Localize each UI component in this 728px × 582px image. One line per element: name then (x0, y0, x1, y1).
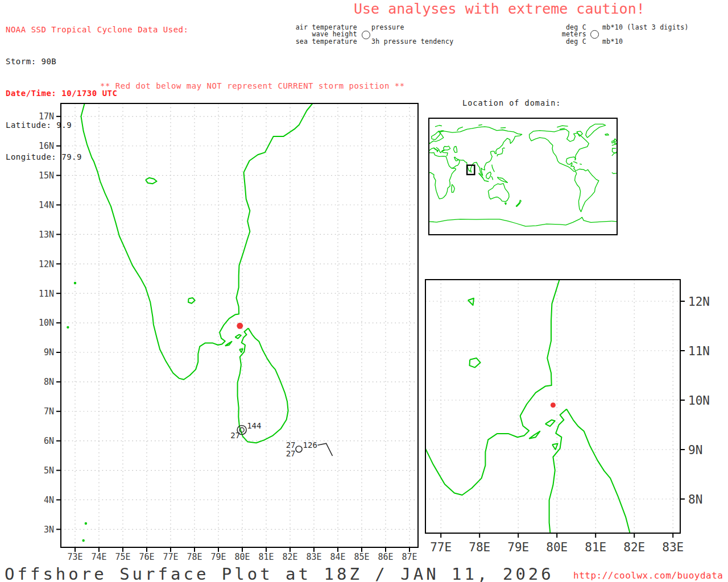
y-tick-label: 10N (688, 394, 710, 408)
islet-speck (85, 523, 87, 525)
coastline (612, 148, 626, 153)
islet-speck (75, 282, 76, 284)
coastline (605, 134, 609, 135)
station-plot: 14427 (230, 421, 261, 440)
coastline (676, 184, 697, 202)
coastline (667, 124, 671, 125)
coastline (452, 184, 455, 192)
islet-speck (82, 540, 84, 542)
y-tick-label: 6N (44, 436, 54, 446)
y-tick-label: 8N (688, 493, 702, 506)
islet-speck (67, 327, 69, 329)
legend-wave-height: wave height (243, 30, 357, 38)
x-tick-label: 77E (163, 552, 178, 562)
coastline (624, 146, 639, 156)
inset-title: Location of domain: (462, 98, 561, 107)
x-tick-label: 73E (67, 552, 82, 562)
legend-pressure-tendency: 3h pressure tendency (371, 38, 453, 45)
coastline (492, 165, 495, 172)
coastline (486, 172, 491, 179)
y-tick-label: 9N (688, 443, 702, 457)
y-tick-label: 14N (39, 200, 54, 210)
coastline (680, 165, 683, 172)
legend-pressure: pressure (371, 23, 404, 31)
station-value: 27 (230, 431, 240, 440)
coastline (424, 148, 438, 153)
storm-position-warning: ** Red dot below may NOT represent CURRE… (100, 81, 405, 90)
coastline (504, 203, 506, 205)
coastline (491, 176, 493, 180)
x-tick-label: 81E (258, 552, 274, 562)
y-tick-label: 16N (39, 141, 54, 151)
buoydata-link[interactable]: http://coolwx.com/buoydata (573, 570, 723, 581)
coastline (612, 217, 728, 226)
coastline (238, 328, 288, 443)
coastline (488, 184, 509, 202)
y-tick-label: 10N (39, 318, 54, 328)
coastline (612, 141, 614, 143)
coastline (435, 126, 442, 127)
x-tick-label: 83E (306, 552, 321, 562)
map-frame (429, 118, 617, 235)
coastline (693, 203, 694, 205)
station-value: 27 (286, 440, 296, 450)
y-tick-label: 3N (44, 525, 54, 535)
coastline (573, 161, 577, 163)
coastline (454, 147, 457, 153)
y-tick-label: 4N (44, 495, 54, 505)
x-tick-label: 85E (354, 552, 369, 562)
coastline (424, 141, 426, 143)
zoom-map: 77E78E79E80E81E82E83E12N11N10N9N8N (398, 273, 728, 571)
x-tick-label: 80E (234, 552, 250, 562)
x-tick-label: 83E (662, 541, 684, 554)
caution-banner: Use analyses with extreme caution! (354, 1, 645, 17)
coastline (500, 128, 506, 128)
coastline (529, 431, 540, 439)
x-tick-label: 76E (139, 552, 154, 562)
y-tick-label: 13N (39, 230, 54, 240)
x-tick-label: 78E (187, 552, 202, 562)
coastline (484, 181, 489, 182)
station-value: 27 (286, 449, 296, 458)
coastline (672, 181, 677, 182)
coastline (424, 217, 612, 226)
legend-sea-temperature: sea temperature (243, 38, 357, 45)
y-tick-label: 17N (39, 111, 54, 122)
coastline (530, 129, 599, 211)
y-tick-label: 11N (688, 344, 710, 358)
coastline (642, 147, 646, 153)
coastline (457, 127, 463, 131)
coastline (675, 172, 680, 179)
storm-position-dot (551, 402, 556, 408)
x-tick-label: 80E (546, 541, 568, 554)
coastline (424, 127, 522, 176)
coastline (81, 103, 313, 380)
page: NOAA SSD Tropical Cyclone Data Used: Sto… (0, 0, 728, 582)
storm-position-dot (237, 323, 243, 329)
coastline (235, 335, 241, 339)
coastline (436, 146, 450, 156)
station-plot: 2727126 (286, 440, 333, 458)
x-tick-label: 82E (282, 552, 297, 562)
y-tick-label: 7N (44, 406, 54, 417)
coastline (470, 358, 481, 368)
world-inset-map (424, 114, 623, 240)
legend-unit-wave: meters (500, 30, 586, 38)
coastline (146, 178, 157, 184)
coastline (689, 128, 694, 128)
coastline (478, 124, 482, 125)
wind-barb (318, 443, 333, 456)
coastline (497, 148, 505, 156)
x-tick-label: 74E (91, 552, 106, 562)
y-tick-label: 9N (44, 347, 54, 357)
coastline (646, 127, 651, 131)
x-tick-label: 75E (115, 552, 130, 562)
coastline (612, 127, 710, 176)
coastline (623, 126, 630, 127)
coastline (659, 171, 660, 172)
coastline (680, 176, 681, 180)
x-tick-label: 78E (469, 541, 490, 554)
y-tick-label: 12N (39, 259, 54, 269)
x-tick-label: 77E (430, 541, 452, 554)
coastline (188, 298, 195, 304)
